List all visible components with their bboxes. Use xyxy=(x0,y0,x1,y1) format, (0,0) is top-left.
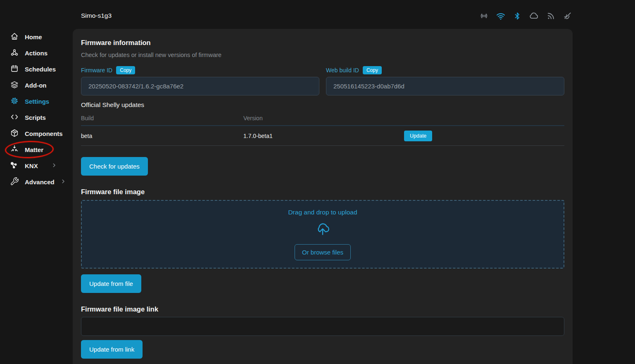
web-build-id-field: Web build ID Copy xyxy=(326,66,564,95)
mqtt-icon xyxy=(546,11,556,21)
wrench-icon xyxy=(10,177,19,188)
main-panel: Firmware information Check for updates o… xyxy=(73,29,573,364)
firmware-file-image-title: Firmware file image xyxy=(81,188,564,196)
web-build-id-label: Web build ID xyxy=(326,67,359,74)
update-from-file-button[interactable]: Update from file xyxy=(81,274,141,293)
column-header-build: Build xyxy=(81,115,243,121)
firmware-dropzone[interactable]: Drag and drop to upload Or browse files xyxy=(81,200,564,269)
sidebar-item-addon[interactable]: Add-on xyxy=(0,77,73,93)
knx-icon xyxy=(10,161,19,171)
sidebar-item-label: Add-on xyxy=(25,82,46,89)
sidebar-item-actions[interactable]: Actions xyxy=(0,45,73,61)
sidebar-item-advanced[interactable]: Advanced xyxy=(0,174,73,190)
gear-icon xyxy=(10,96,19,107)
dropzone-text: Drag and drop to upload xyxy=(288,209,357,216)
websocket-off-icon xyxy=(563,11,572,21)
firmware-id-copy-button[interactable]: Copy xyxy=(116,66,135,74)
web-build-id-copy-button[interactable]: Copy xyxy=(363,66,382,74)
firmware-info-subtitle: Check for updates or install new version… xyxy=(81,52,564,58)
sidebar-item-label: Schedules xyxy=(25,66,56,73)
ap-icon xyxy=(479,11,489,21)
actions-icon xyxy=(10,48,19,59)
sidebar-item-knx[interactable]: KNX xyxy=(0,158,73,174)
sidebar-item-label: Scripts xyxy=(25,114,46,121)
page-title: Simo-s1g3 xyxy=(81,12,112,19)
column-header-version: Version xyxy=(243,115,404,121)
firmware-info-title: Firmware information xyxy=(81,39,564,47)
web-build-id-input[interactable] xyxy=(326,77,564,95)
sidebar-item-label: Advanced xyxy=(25,178,55,186)
firmware-link-input[interactable] xyxy=(81,317,564,336)
bluetooth-icon xyxy=(513,12,522,21)
sidebar-item-schedules[interactable]: Schedules xyxy=(0,61,73,77)
update-from-link-button[interactable]: Update from link xyxy=(81,340,143,359)
build-cell: beta xyxy=(81,133,243,139)
check-for-updates-button[interactable]: Check for updates xyxy=(81,157,148,176)
browse-files-button[interactable]: Or browse files xyxy=(295,244,351,260)
sidebar-item-label: KNX xyxy=(25,162,38,169)
official-updates-title: Official Shelly updates xyxy=(81,101,564,109)
chevron-right-icon xyxy=(60,178,66,186)
firmware-id-field: Firmware ID Copy xyxy=(81,66,319,95)
firmware-id-label: Firmware ID xyxy=(81,67,112,74)
status-bar xyxy=(479,11,572,21)
version-cell: 1.7.0-beta1 xyxy=(243,133,404,139)
sidebar: Home Actions Schedules Add-on xyxy=(0,29,73,190)
sidebar-item-label: Settings xyxy=(25,98,49,105)
sidebar-item-label: Components xyxy=(25,130,63,137)
home-icon xyxy=(10,32,19,43)
firmware-id-input[interactable] xyxy=(81,77,319,95)
sidebar-item-label: Actions xyxy=(25,50,48,57)
sidebar-item-label: Home xyxy=(25,33,42,40)
sidebar-item-matter[interactable]: Matter xyxy=(0,142,73,158)
code-icon xyxy=(10,112,19,123)
sidebar-item-scripts[interactable]: Scripts xyxy=(0,109,73,126)
updates-table-header: Build Version xyxy=(81,115,564,125)
table-row: beta 1.7.0-beta1 Update xyxy=(81,126,564,146)
cloud-upload-icon xyxy=(313,220,332,240)
sidebar-item-settings[interactable]: Settings xyxy=(0,93,73,109)
update-button[interactable]: Update xyxy=(404,131,432,141)
firmware-file-link-title: Firmware file image link xyxy=(81,305,564,313)
wifi-icon xyxy=(496,11,506,21)
id-fields-row: Firmware ID Copy Web build ID Copy xyxy=(81,66,564,95)
cloud-icon xyxy=(529,11,539,21)
sidebar-item-label: Matter xyxy=(25,146,43,153)
package-icon xyxy=(10,128,19,139)
sidebar-item-components[interactable]: Components xyxy=(0,126,73,142)
chevron-right-icon xyxy=(51,162,57,170)
sidebar-item-home[interactable]: Home xyxy=(0,29,73,45)
matter-icon xyxy=(10,145,19,155)
calendar-icon xyxy=(10,64,19,75)
layers-icon xyxy=(10,80,19,91)
